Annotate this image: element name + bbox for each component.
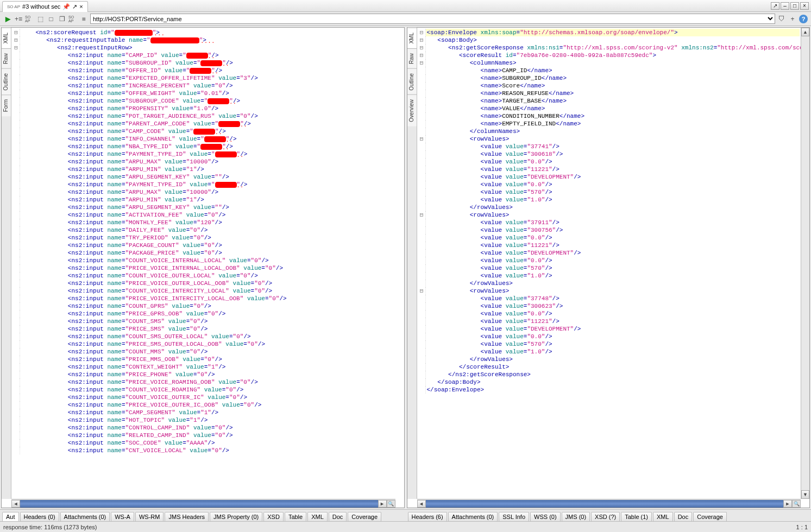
search-icon[interactable]: 🔍	[387, 500, 395, 508]
request-xml-editor[interactable]: ⊟ <ns2:scoreRequest id="..............">…	[11, 28, 404, 499]
vertical-tab-xml[interactable]: XML	[2, 28, 11, 48]
close-tab-icon[interactable]: ×	[79, 3, 83, 10]
bottom-tab[interactable]: Attachments (0)	[60, 512, 110, 521]
bottom-tab[interactable]: XSD	[263, 512, 284, 521]
bottom-tab[interactable]: Table	[285, 512, 306, 521]
scroll-up-icon[interactable]: ▲	[801, 28, 809, 36]
window-maximize-icon[interactable]: □	[790, 2, 799, 10]
help-icon[interactable]: ?	[799, 15, 808, 23]
bottom-tab[interactable]: JMS (0)	[562, 512, 590, 521]
bottom-tab[interactable]: XML	[653, 512, 673, 521]
add-to-testcase-icon[interactable]: +≡	[14, 15, 23, 23]
bottom-tab[interactable]: XSD (?)	[591, 512, 620, 521]
bottom-tab[interactable]: Doc	[329, 512, 347, 521]
recreate-icon[interactable]: ⬚	[36, 15, 45, 23]
status-bar: response time: 116ms (1273 bytes) 1 : 1	[0, 521, 811, 532]
bottom-tab[interactable]: Coverage	[693, 512, 727, 521]
request-bottom-tabs: AutHeaders (0)Attachments (0)WS-AWS-RMJM…	[0, 509, 406, 521]
scroll-left-icon[interactable]: ◄	[417, 500, 426, 508]
request-pane: XMLRawOutlineForm ⊟ <ns2:scoreRequest id…	[1, 27, 405, 508]
request-hscrollbar[interactable]: ◄ ► 🔍	[11, 499, 395, 508]
vertical-tab-outline[interactable]: Outline	[407, 68, 417, 95]
create-empty-icon[interactable]: □	[47, 15, 55, 23]
add-assertion-icon[interactable]: +	[788, 15, 797, 23]
clone-icon[interactable]: ❐	[58, 15, 66, 23]
request-toolbar: ▶ +≡ SO AP ⬚ □ ❐ SO AP ■ http://HOST:POR…	[0, 12, 811, 26]
window-minimize-icon[interactable]: –	[781, 2, 789, 10]
bottom-tab[interactable]: Doc	[674, 512, 693, 521]
run-icon[interactable]: ▶	[3, 15, 12, 23]
response-xml-viewer[interactable]: ⊟<soap:Envelope xmlns:soap="http://schem…	[417, 28, 801, 499]
bottom-tab[interactable]: JMS Headers	[165, 512, 209, 521]
bottom-tab[interactable]: WS-RM	[135, 512, 164, 521]
response-vscrollbar[interactable]: ▲ ▼	[801, 28, 809, 499]
search-icon[interactable]: 🔍	[792, 500, 801, 508]
filter-icon[interactable]: ⛉	[777, 15, 786, 23]
window-detach-icon[interactable]: ↗	[771, 2, 779, 10]
bottom-tab[interactable]: SSL Info	[499, 512, 529, 521]
bottom-tab[interactable]: Table (1)	[621, 512, 652, 521]
window-close-icon[interactable]: ×	[800, 2, 809, 10]
cursor-position: 1 : 1	[796, 524, 808, 530]
vertical-tab-raw[interactable]: Raw	[407, 48, 417, 68]
bottom-tab[interactable]: Coverage	[348, 512, 381, 521]
response-bottom-tabs: Headers (6)Attachments (0)SSL InfoWSS (0…	[406, 509, 812, 521]
scroll-down-icon[interactable]: ▼	[801, 490, 809, 499]
bottom-tab[interactable]: WSS (0)	[530, 512, 561, 521]
bottom-tab[interactable]: WS-A	[111, 512, 134, 521]
vertical-tab-xml[interactable]: XML	[407, 28, 417, 48]
bottom-tab[interactable]: Attachments (0)	[448, 512, 498, 521]
bottom-tab[interactable]: Aut	[2, 512, 19, 521]
status-text: response time: 116ms (1273 bytes)	[3, 524, 97, 530]
vertical-tab-raw[interactable]: Raw	[2, 48, 11, 68]
scroll-right-icon[interactable]: ►	[783, 500, 792, 508]
vertical-tab-form[interactable]: Form	[2, 94, 11, 116]
response-pane: XMLRawOutlineOverview ⊟<soap:Envelope xm…	[407, 27, 810, 508]
stop-icon[interactable]: ■	[79, 15, 88, 23]
bottom-tab[interactable]: Headers (0)	[20, 512, 59, 521]
tab-title: #3 without sec	[22, 3, 60, 10]
soap-icon: SO AP	[7, 4, 20, 9]
bottom-tab[interactable]: XML	[307, 512, 328, 521]
scroll-right-icon[interactable]: ►	[378, 500, 387, 508]
vertical-tab-outline[interactable]: Outline	[2, 68, 11, 95]
bottom-tab[interactable]: Headers (6)	[408, 512, 447, 521]
soap-validate-icon[interactable]: SO AP	[68, 15, 77, 23]
bottom-tab[interactable]: JMS Property (0)	[210, 512, 262, 521]
endpoint-url-combo[interactable]: http://HOST:PORT/Service_name	[90, 14, 775, 24]
scroll-left-icon[interactable]: ◄	[11, 500, 20, 508]
soap-format-icon[interactable]: SO AP	[25, 15, 34, 23]
vertical-tab-overview[interactable]: Overview	[407, 94, 417, 126]
response-hscrollbar[interactable]: ◄ ► 🔍	[417, 499, 801, 508]
detach-icon[interactable]: ↗	[72, 3, 77, 10]
editor-tab[interactable]: SO AP #3 without sec 📌 ↗ ×	[2, 1, 88, 12]
window-titlebar: SO AP #3 without sec 📌 ↗ × ↗ – □ ×	[0, 0, 811, 12]
pin-icon[interactable]: 📌	[62, 3, 70, 10]
